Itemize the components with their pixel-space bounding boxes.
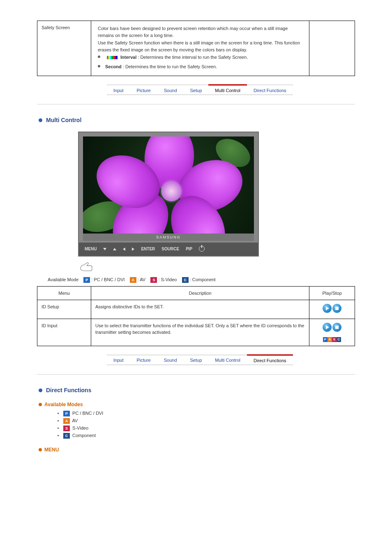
th-playstop: Play/Stop — [309, 286, 355, 300]
available-mode-line: Available Mode P: PC / BNC / DVI A: AV S… — [48, 276, 355, 284]
pasc-badge: PASC — [314, 335, 350, 342]
second-label: Second — [105, 64, 122, 69]
c-mode-text: : Component — [190, 277, 216, 282]
stop-button[interactable] — [332, 304, 341, 313]
bullet-icon — [58, 420, 59, 421]
table-row: ID Input Use to select the transmitter f… — [37, 319, 355, 346]
th-description: Description — [91, 286, 309, 300]
menu-cell: ID Setup — [37, 300, 91, 319]
mode-item-p: P PC / BNC / DVI — [48, 411, 355, 416]
hw-btn-enter[interactable]: ENTER — [138, 247, 158, 251]
tab-picture[interactable]: Picture — [130, 85, 157, 95]
desc-line-1: Color bars have been designed to prevent… — [95, 24, 305, 39]
description-cell: Color bars have been designed to prevent… — [91, 21, 309, 76]
tab-picture[interactable]: Picture — [130, 355, 157, 365]
section-title-multi-control: Multi Control — [37, 117, 355, 123]
c-mode-icon: C — [182, 277, 189, 283]
section-dot-icon — [39, 118, 42, 122]
p-mode-text: : PC / BNC / DVI — [91, 277, 125, 282]
chevron-up-icon — [113, 248, 116, 250]
tab-sound[interactable]: Sound — [157, 355, 184, 365]
hw-btn-power[interactable] — [196, 246, 208, 252]
available-mode-prefix: Available Mode — [48, 277, 78, 282]
play-cell: PASC — [309, 319, 355, 346]
brand-label: SAMSUNG — [83, 234, 254, 241]
a-mode-text: AV — [72, 418, 78, 423]
flower-center-icon — [161, 181, 182, 201]
tab-sound[interactable]: Sound — [157, 85, 184, 95]
monitor-button-bar: MENU ENTER SOURCE PIP — [79, 243, 258, 256]
stop-button[interactable] — [332, 323, 341, 332]
multi-control-table: Menu Description Play/Stop ID Setup Assi… — [37, 286, 355, 346]
c-mode-text: Component — [72, 433, 96, 438]
hw-btn-left[interactable] — [120, 247, 129, 251]
divider — [37, 104, 355, 104]
tab-direct-functions[interactable]: Direct Functions — [247, 355, 293, 365]
menu-subhead: MENU — [44, 447, 355, 453]
hw-btn-source[interactable]: SOURCE — [158, 247, 182, 251]
interval-row: Interval : Determines the time interval … — [95, 54, 305, 61]
bullet-icon — [98, 56, 100, 58]
chevron-right-icon — [132, 247, 134, 251]
chevron-left-icon — [123, 247, 125, 251]
bullet-icon — [58, 413, 59, 414]
a-mode-text: : AV — [138, 277, 145, 282]
hw-btn-pip[interactable]: PIP — [182, 247, 196, 251]
pointing-hand-icon — [78, 261, 91, 272]
bullet-icon — [58, 428, 59, 429]
section-title-direct-functions: Direct Functions — [37, 387, 355, 393]
mode-item-s: S S-Video — [48, 426, 355, 431]
top-safety-screen-table: Safety Screen Color bars have been desig… — [37, 21, 355, 76]
section-tabs: Input Picture Sound Setup Multi Control … — [107, 354, 293, 365]
interval-text: : Determines the time interval to run th… — [138, 55, 248, 60]
section-title-text: Direct Functions — [46, 387, 91, 393]
menu-label: ID Input — [42, 323, 58, 328]
menu-cell: Safety Screen — [37, 21, 91, 76]
hw-btn-menu[interactable]: MENU — [81, 247, 100, 251]
tab-input[interactable]: Input — [107, 355, 130, 365]
monitor-screen — [83, 136, 254, 234]
monitor-illustration: SAMSUNG MENU ENTER SOURCE PIP — [78, 132, 259, 257]
hand-row — [78, 261, 355, 274]
tab-setup[interactable]: Setup — [184, 85, 209, 95]
play-button[interactable] — [323, 323, 332, 332]
a-mode-icon: A — [130, 277, 136, 283]
desc-cell: Assigns distinctive IDs to the SET. — [91, 300, 309, 319]
mode-item-c: C Component — [48, 433, 355, 439]
bullet-icon — [98, 65, 100, 67]
second-row: Second : Determines the time to run the … — [95, 63, 305, 70]
s-mode-text: S-Video — [72, 426, 88, 430]
play-button[interactable] — [323, 304, 332, 313]
c-mode-icon: C — [63, 433, 70, 439]
p-mode-icon: P — [63, 411, 70, 416]
table-row: ID Setup Assigns distinctive IDs to the … — [37, 300, 355, 319]
hw-btn-right[interactable] — [129, 247, 138, 251]
section-dot-icon — [39, 388, 42, 392]
tab-multi-control[interactable]: Multi Control — [208, 355, 247, 365]
s-mode-icon: S — [150, 277, 157, 283]
s-mode-icon: S — [63, 426, 70, 431]
menu-cell: ID Input — [37, 319, 91, 346]
section-tabs: Input Picture Sound Setup Multi Control … — [107, 84, 293, 95]
tab-direct-functions[interactable]: Direct Functions — [247, 85, 293, 95]
tab-multi-control[interactable]: Multi Control — [208, 85, 247, 95]
desc-line-2: Use the Safety Screen function when ther… — [95, 39, 305, 53]
hw-btn-down[interactable] — [100, 247, 110, 251]
th-menu: Menu — [37, 286, 91, 300]
tab-input[interactable]: Input — [107, 85, 130, 95]
section-title-text: Multi Control — [46, 117, 81, 123]
color-bar-icon — [107, 56, 118, 59]
divider — [37, 374, 355, 375]
bullet-icon — [58, 435, 59, 436]
desc-cell: Use to select the transmitter functions … — [91, 319, 309, 346]
play-cell — [309, 300, 355, 319]
chevron-down-icon — [103, 248, 106, 250]
mode-item-a: A AV — [48, 418, 355, 424]
a-mode-icon: A — [63, 418, 70, 424]
p-mode-icon: P — [83, 277, 90, 283]
available-modes-subhead: Available Modes — [44, 402, 355, 407]
play-cell-empty — [309, 21, 355, 76]
s-mode-text: : S-Video — [158, 277, 177, 282]
hw-btn-up[interactable] — [110, 247, 120, 251]
tab-setup[interactable]: Setup — [184, 355, 209, 365]
